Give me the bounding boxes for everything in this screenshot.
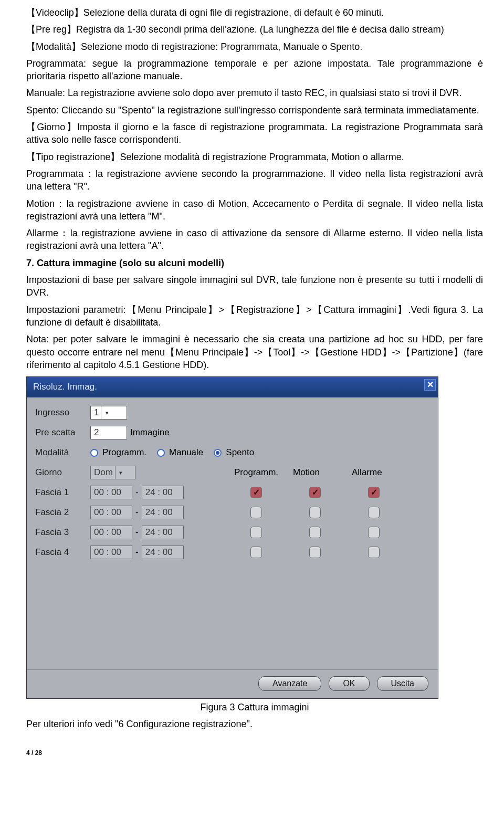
close-button[interactable]: ✕ [424, 379, 436, 391]
label-ingresso: Ingresso [35, 407, 90, 419]
radio-icon [157, 449, 165, 457]
ingresso-dropdown[interactable]: 1 ▾ [90, 406, 127, 420]
time-start-value: 00 : 00 [94, 547, 121, 559]
fascia4-programm-checkbox[interactable] [250, 547, 262, 558]
giorno-value: Dom [94, 467, 113, 479]
row-prescatta: Pre scatta 2 Immagine [35, 425, 429, 441]
page-number: 4 / 28 [26, 749, 483, 757]
para-tiporeg: 【Tipo registrazione】Selezione modalità d… [26, 151, 483, 163]
figure-caption: Figura 3 Cattura immagini [26, 701, 483, 714]
fascia1-end[interactable]: 24 : 00 [142, 486, 184, 499]
chevron-down-icon: ▾ [101, 406, 112, 419]
fascia3-end[interactable]: 24 : 00 [142, 526, 184, 539]
time-end-value: 24 : 00 [145, 507, 173, 519]
radio-programm-label: Programm. [102, 447, 146, 459]
row-modalita: Modalità Programm. Manuale Spento [35, 445, 429, 460]
row-fascia-1: Fascia 1 00 : 00 - 24 : 00 ✓ ✓ ✓ [35, 485, 429, 500]
label-fascia3: Fascia 3 [35, 527, 90, 539]
uscita-button[interactable]: Uscita [377, 676, 428, 691]
label-fascia2: Fascia 2 [35, 507, 90, 519]
fascia4-motion-checkbox[interactable] [309, 547, 321, 558]
dialog-footer: Avanzate OK Uscita [27, 669, 438, 698]
label-giorno: Giorno [35, 467, 90, 479]
close-icon: ✕ [427, 379, 434, 391]
time-separator: - [135, 487, 139, 499]
prescatta-value: 2 [94, 427, 99, 439]
row-fascia-2: Fascia 2 00 : 00 - 24 : 00 [35, 505, 429, 520]
fascia1-programm-checkbox[interactable]: ✓ [250, 487, 262, 498]
fascia3-start[interactable]: 00 : 00 [90, 526, 132, 539]
radio-manuale-label: Manuale [169, 447, 203, 459]
time-start-value: 00 : 00 [94, 527, 121, 539]
chevron-down-icon: ▾ [115, 466, 127, 479]
fascia3-allarme-checkbox[interactable] [368, 527, 380, 538]
dialog-body: Ingresso 1 ▾ Pre scatta 2 Immagine Modal… [27, 397, 438, 669]
row-ingresso: Ingresso 1 ▾ [35, 405, 429, 421]
fascia4-end[interactable]: 24 : 00 [142, 546, 184, 559]
fascia2-end[interactable]: 24 : 00 [142, 506, 184, 519]
heading-7: 7. Cattura immagine (solo su alcuni mode… [26, 257, 483, 269]
para-programmata2: Programmata：la registrazione avviene sec… [26, 167, 483, 193]
para-prereg: 【Pre reg】Registra da 1-30 secondi prima … [26, 23, 483, 36]
radio-manuale[interactable]: Manuale [157, 447, 203, 459]
para-base: Impostazioni di base per salvare singole… [26, 274, 483, 299]
dialog-titlebar: Risoluz. Immag. ✕ [27, 377, 438, 397]
para-after: Per ulteriori info vedi "6 Configurazion… [26, 718, 483, 730]
time-end-value: 24 : 00 [145, 547, 173, 559]
fascia2-allarme-checkbox[interactable] [368, 507, 380, 518]
time-separator: - [135, 507, 139, 519]
row-giorno-header: Giorno Dom ▾ Programm. Motion Allarme [35, 465, 429, 480]
para-videoclip: 【Videoclip】Selezione della durata di ogn… [26, 6, 483, 19]
label-modalita: Modalità [35, 447, 90, 459]
fascia4-start[interactable]: 00 : 00 [90, 546, 132, 559]
radio-icon [90, 449, 98, 457]
para-params: Impostazioni parametri:【Menu Principale】… [26, 303, 483, 329]
label-fascia1: Fascia 1 [35, 487, 90, 499]
header-motion: Motion [286, 467, 344, 479]
fascia2-start[interactable]: 00 : 00 [90, 506, 132, 519]
para-nota: Nota: per poter salvare le immagini è ne… [26, 333, 483, 371]
fascia1-start[interactable]: 00 : 00 [90, 486, 132, 499]
radio-spento-label: Spento [226, 447, 254, 459]
fascia1-allarme-checkbox[interactable]: ✓ [368, 487, 380, 498]
para-allarme: Allarme：la registrazione avviene in caso… [26, 227, 483, 253]
label-immagine: Immagine [130, 427, 170, 439]
para-manuale: Manuale: La registrazione avviene solo d… [26, 87, 483, 99]
time-separator: - [135, 527, 139, 539]
fascia3-programm-checkbox[interactable] [250, 527, 262, 538]
fascia2-motion-checkbox[interactable] [309, 507, 321, 518]
time-end-value: 24 : 00 [145, 527, 173, 539]
header-allarme: Allarme [344, 467, 403, 479]
para-giorno: 【Giorno】Imposta il giorno e la fasce di … [26, 121, 483, 146]
para-motion: Motion：la registrazione avviene in caso … [26, 197, 483, 223]
fascia1-motion-checkbox[interactable]: ✓ [309, 487, 321, 498]
time-separator: - [135, 547, 139, 559]
fascia3-motion-checkbox[interactable] [309, 527, 321, 538]
dialog-title-text: Risoluz. Immag. [33, 382, 97, 392]
time-start-value: 00 : 00 [94, 487, 121, 499]
avanzate-button[interactable]: Avanzate [258, 676, 321, 691]
time-end-value: 24 : 00 [145, 487, 173, 499]
dialog-risoluz-immag: Risoluz. Immag. ✕ Ingresso 1 ▾ Pre scatt… [26, 376, 438, 699]
radio-programm[interactable]: Programm. [90, 447, 146, 459]
giorno-dropdown[interactable]: Dom ▾ [90, 466, 135, 479]
time-start-value: 00 : 00 [94, 507, 121, 519]
label-fascia4: Fascia 4 [35, 547, 90, 559]
para-modalita: 【Modalità】Selezione modo di registrazion… [26, 40, 483, 53]
header-programm: Programm. [227, 467, 286, 479]
radio-icon [214, 449, 222, 457]
fascia2-programm-checkbox[interactable] [250, 507, 262, 518]
para-programmata1: Programmata: segue la programmazione tem… [26, 57, 483, 83]
fascia4-allarme-checkbox[interactable] [368, 547, 380, 558]
ingresso-value: 1 [94, 407, 99, 419]
row-fascia-3: Fascia 3 00 : 00 - 24 : 00 [35, 525, 429, 540]
row-fascia-4: Fascia 4 00 : 00 - 24 : 00 [35, 544, 429, 560]
prescatta-input[interactable]: 2 [90, 426, 127, 439]
ok-button[interactable]: OK [329, 676, 369, 691]
para-spento: Spento: Cliccando su "Spento" la registr… [26, 104, 483, 117]
label-prescatta: Pre scatta [35, 427, 90, 439]
radio-spento[interactable]: Spento [214, 447, 254, 459]
